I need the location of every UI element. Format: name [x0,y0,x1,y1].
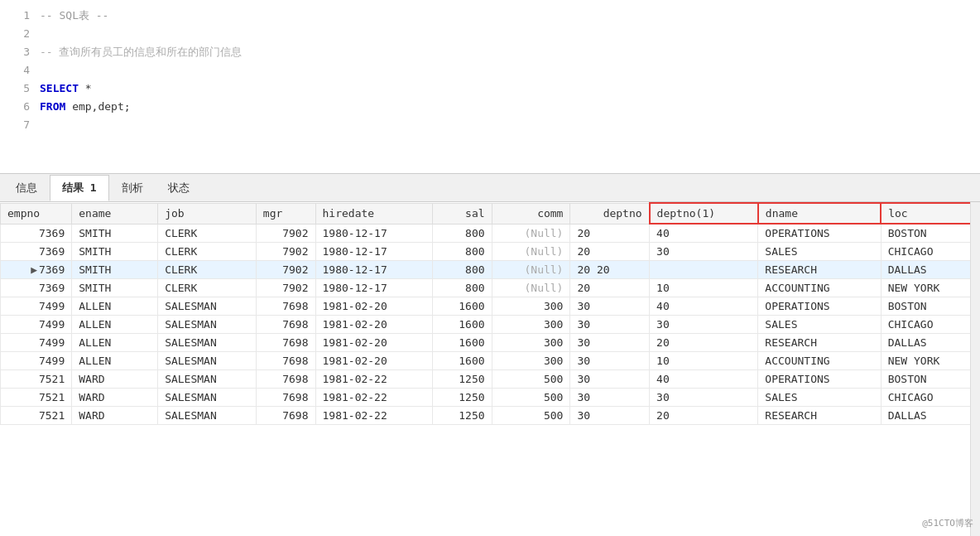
cell-ename: WARD [72,407,158,425]
cell-deptno: 30 [570,297,650,316]
cell-deptno: 30 [570,407,650,425]
line-content-3: -- 查询所有员工的信息和所在的部门信息 [40,43,242,61]
scrollbar[interactable] [970,202,980,536]
cell-dname: OPERATIONS [758,370,881,389]
cell-empno: 7369 [1,224,72,243]
col-header-deptno[interactable]: deptno [570,203,650,224]
cell-empno: 7499 [1,352,72,370]
table-row[interactable]: 7369SMITHCLERK79021980-12-17800(Null)201… [1,279,980,297]
cell-sal: 1250 [432,389,492,407]
cell-loc: DALLAS [881,334,979,352]
cell-job: SALESMAN [158,297,257,316]
cell-dname: ACCOUNTING [758,279,881,297]
table-row[interactable]: 7499ALLENSALESMAN76981981-02-20160030030… [1,352,980,370]
col-header-hiredate[interactable]: hiredate [315,203,432,224]
cell-empno: 7369 [1,279,72,297]
cell-ename: ALLEN [72,352,158,370]
results-area[interactable]: empno ename job mgr hiredate sal comm de… [0,202,980,536]
line-num-1: 1 [7,7,30,25]
cell-ename: SMITH [72,279,158,297]
col-header-empno[interactable]: empno [1,203,72,224]
line-num-6: 6 [7,98,30,116]
cell-job: SALESMAN [158,389,257,407]
tab-profile[interactable]: 剖析 [109,175,156,201]
cell-deptno1: 40 [650,370,758,389]
cell-dname: SALES [758,389,881,407]
cell-sal: 1250 [432,370,492,389]
cell-deptno: 30 [570,334,650,352]
cell-loc: DALLAS [881,261,979,279]
table-row[interactable]: 7369SMITHCLERK79021980-12-17800(Null)203… [1,243,980,261]
table-row[interactable]: 7499ALLENSALESMAN76981981-02-20160030030… [1,334,980,352]
cell-job: SALESMAN [158,407,257,425]
cell-comm: 300 [492,334,570,352]
cell-comm: 500 [492,389,570,407]
cell-sal: 1250 [432,407,492,425]
cell-comm: (Null) [492,243,570,261]
cell-empno: 7521 [1,389,72,407]
col-header-mgr[interactable]: mgr [256,203,315,224]
cell-sal: 800 [432,279,492,297]
code-line-1: 1 -- SQL表 -- [0,7,980,25]
col-header-dname[interactable]: dname [758,203,881,224]
col-header-job[interactable]: job [158,203,257,224]
cell-deptno: 30 [570,316,650,334]
cell-loc: CHICAGO [881,316,979,334]
table-row[interactable]: 7369SMITHCLERK79021980-12-17800(Null)204… [1,224,980,243]
table-row[interactable]: 7499ALLENSALESMAN76981981-02-20160030030… [1,297,980,316]
cell-dname: RESEARCH [758,261,881,279]
col-header-deptno1[interactable]: deptno(1) [650,203,758,224]
line-content-6: FROM emp,dept; [40,98,131,116]
cell-deptno1: 10 [650,279,758,297]
table-row[interactable]: 7521WARDSALESMAN76981981-02-221250500302… [1,407,980,425]
cell-hiredate: 1980-12-17 [315,224,432,243]
cell-comm: (Null) [492,224,570,243]
cell-sal: 1600 [432,352,492,370]
cell-ename: ALLEN [72,316,158,334]
cell-comm: 500 [492,370,570,389]
cell-dname: OPERATIONS [758,297,881,316]
cell-hiredate: 1980-12-17 [315,261,432,279]
cell-dname: SALES [758,243,881,261]
cell-deptno: 30 [570,352,650,370]
tab-status[interactable]: 状态 [156,175,202,201]
line-content-5: SELECT * [40,80,92,98]
cell-ename: WARD [72,389,158,407]
cell-hiredate: 1981-02-20 [315,334,432,352]
cell-empno: 7369 [1,261,72,279]
cell-mgr: 7698 [256,316,315,334]
cell-mgr: 7698 [256,334,315,352]
cell-comm: (Null) [492,279,570,297]
cell-empno: 7521 [1,370,72,389]
tab-results[interactable]: 结果 1 [50,175,109,201]
cell-job: SALESMAN [158,334,257,352]
cell-mgr: 7698 [256,352,315,370]
table-row[interactable]: 7521WARDSALESMAN76981981-02-221250500303… [1,389,980,407]
cell-deptno1: 40 [650,224,758,243]
cell-empno: 7499 [1,297,72,316]
cell-loc: DALLAS [881,407,979,425]
line-num-5: 5 [7,80,30,98]
col-header-comm[interactable]: comm [492,203,570,224]
line-num-3: 3 [7,43,30,61]
cell-dname: RESEARCH [758,407,881,425]
cell-empno: 7521 [1,407,72,425]
table-row[interactable]: 7369SMITHCLERK79021980-12-17800(Null)20 … [1,261,980,279]
cell-sal: 800 [432,261,492,279]
col-header-ename[interactable]: ename [72,203,158,224]
table-row[interactable]: 7521WARDSALESMAN76981981-02-221250500304… [1,370,980,389]
col-header-sal[interactable]: sal [432,203,492,224]
cell-hiredate: 1980-12-17 [315,279,432,297]
table-row[interactable]: 7499ALLENSALESMAN76981981-02-20160030030… [1,316,980,334]
line-num-2: 2 [7,25,30,43]
tab-info[interactable]: 信息 [3,175,50,201]
cell-hiredate: 1981-02-22 [315,407,432,425]
code-line-4: 4 [0,61,980,80]
cell-job: CLERK [158,243,257,261]
cell-deptno: 30 [570,389,650,407]
table-header-row: empno ename job mgr hiredate sal comm de… [1,203,980,224]
cell-empno: 7499 [1,334,72,352]
cell-comm: 300 [492,297,570,316]
col-header-loc[interactable]: loc [881,203,979,224]
cell-job: CLERK [158,261,257,279]
